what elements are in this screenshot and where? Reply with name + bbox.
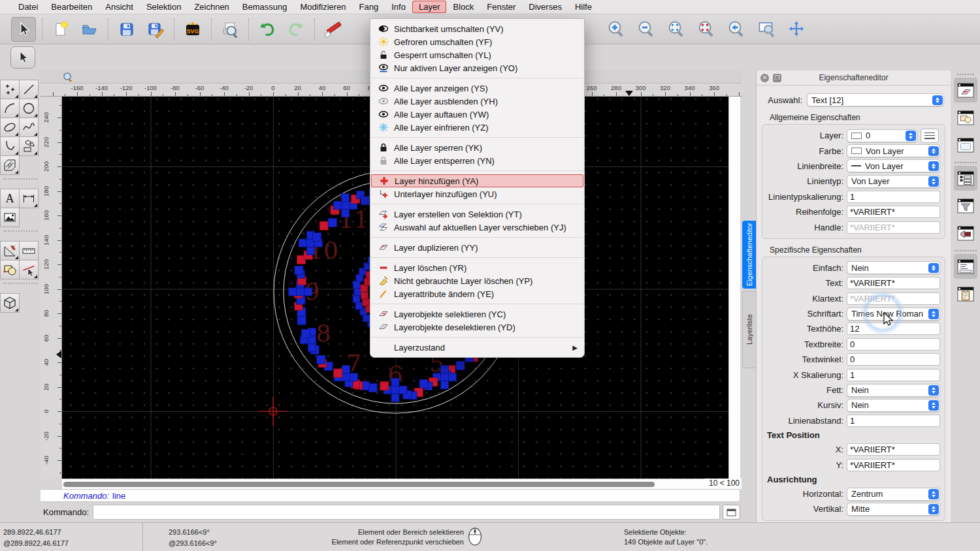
- clipboard-dock-button[interactable]: [954, 281, 977, 306]
- menu-layer[interactable]: Layer: [412, 1, 447, 13]
- menu-item-layerattribute-ändern-ye[interactable]: Layerattribute ändern (YE): [370, 287, 584, 300]
- menu-item-layerobjekte-deselektieren-yd[interactable]: Layerobjekte deselektieren (YD): [370, 321, 584, 334]
- menu-item-layer-duplizieren-yy[interactable]: Layer duplizieren (YY): [370, 241, 584, 254]
- menu-item-nur-aktiven-layer-anzeigen-yo[interactable]: Nur aktiven Layer anzeigen (YO): [370, 61, 584, 74]
- y-field[interactable]: [847, 459, 940, 471]
- property-editor-dock-button[interactable]: [954, 166, 977, 191]
- print-preview-button[interactable]: [218, 17, 242, 42]
- menu-item-auswahl-auf-aktuellen-layer-verschieben-yj[interactable]: Auswahl auf aktuellen Layer verschieben …: [370, 221, 584, 234]
- menu-item-layer-erstellen-von-selektion-yt[interactable]: Layer erstellen von Selektion (YT): [370, 208, 584, 221]
- close-icon[interactable]: ✕: [760, 74, 769, 82]
- menu-item-layer-löschen-yr[interactable]: Layer löschen (YR): [370, 261, 584, 274]
- menu-info[interactable]: Info: [385, 1, 412, 13]
- measure-tool[interactable]: [19, 241, 39, 260]
- menu-item-alle-layer-anzeigen-ys[interactable]: Alle Layer anzeigen (YS): [370, 82, 584, 95]
- menu-block[interactable]: Block: [446, 1, 480, 13]
- fett-dropdown[interactable]: Nein: [847, 384, 940, 397]
- menu-item-alle-layer-einfrieren-yz[interactable]: Alle Layer einfrieren (YZ): [370, 121, 584, 134]
- tab-property-editor[interactable]: Eigenschafteneditor: [742, 221, 756, 289]
- points-tool[interactable]: [0, 80, 20, 99]
- arc-tool[interactable]: [0, 99, 20, 118]
- menu-item-gefroren-umschalten-yf[interactable]: Gefroren umschalten (YF): [370, 35, 584, 48]
- menu-item-alle-layer-entsperren-yn[interactable]: Alle Layer entsperren (YN): [370, 154, 584, 167]
- image-tool[interactable]: [0, 208, 20, 227]
- undo-button[interactable]: [255, 17, 280, 42]
- menu-item-sichtbarkeit-umschalten-yv[interactable]: Sichtbarkeit umschalten (YV): [370, 22, 584, 35]
- menu-modifizieren[interactable]: Modifizieren: [294, 1, 353, 13]
- menu-bemassung[interactable]: Bemassung: [236, 1, 294, 13]
- svg-export-button[interactable]: SVG: [180, 17, 205, 42]
- textwinkel-field[interactable]: [847, 353, 940, 366]
- polyline-tool[interactable]: [0, 136, 20, 156]
- selection-tool-button[interactable]: [10, 46, 35, 69]
- redo-button[interactable]: [284, 17, 308, 42]
- modify-info-tool[interactable]: [0, 241, 20, 260]
- open-file-button[interactable]: [77, 17, 102, 42]
- float-icon[interactable]: ❐: [773, 74, 781, 82]
- zoom-out-button[interactable]: [634, 16, 659, 41]
- menu-item-layerzustand[interactable]: Layerzustand▶: [370, 341, 584, 354]
- save-as-file-button[interactable]: [143, 17, 168, 42]
- menu-item-alle-layer-sperren-yk[interactable]: Alle Layer sperren (YK): [370, 141, 584, 154]
- einfach-dropdown[interactable]: Nein: [847, 261, 940, 274]
- view-windows-dock-button[interactable]: [954, 133, 977, 157]
- farbe-dropdown[interactable]: Von Layer: [847, 144, 940, 157]
- linienbreite-dropdown[interactable]: Von Layer: [847, 159, 940, 172]
- block-edit-tool[interactable]: [0, 260, 20, 279]
- new-file-button[interactable]: [48, 17, 73, 42]
- zoom-selection-button[interactable]: [694, 16, 719, 41]
- shapes-tool[interactable]: [19, 136, 39, 156]
- menu-hilfe[interactable]: Hilfe: [568, 1, 598, 13]
- command-options-button[interactable]: [723, 505, 740, 520]
- menu-ansicht[interactable]: Ansicht: [99, 1, 140, 13]
- menu-item-layer-hinzufügen-ya[interactable]: Layer hinzufügen (YA): [371, 174, 583, 187]
- menu-item-nicht-gebrauchte-layer-löschen-yp[interactable]: Nicht gebrauchte Layer löschen (YP): [370, 274, 584, 287]
- circle-tool[interactable]: [19, 99, 39, 118]
- menu-diverses[interactable]: Diverses: [522, 1, 568, 13]
- vertical-scrollbar[interactable]: [728, 97, 740, 479]
- select-tool-button[interactable]: [11, 17, 36, 42]
- textbreite-field[interactable]: [847, 338, 940, 351]
- zoom-auto-button[interactable]: [664, 16, 689, 41]
- selection-dropdown[interactable]: Text [12]: [807, 93, 944, 106]
- dimension-tool[interactable]: [19, 189, 39, 208]
- menu-item-alle-layer-auftauen-yw[interactable]: Alle Layer auftauen (YW): [370, 108, 584, 121]
- delete-eraser-button[interactable]: [321, 17, 346, 42]
- menu-item-layerobjekte-selektieren-yc[interactable]: Layerobjekte selektieren (YC): [370, 307, 584, 321]
- tab-layer-list[interactable]: Layerliste: [742, 291, 756, 368]
- measurement-dock-button[interactable]: [954, 221, 977, 245]
- linienabstand-field[interactable]: [847, 415, 940, 427]
- zoom-previous-button[interactable]: [724, 16, 749, 41]
- zoom-in-button[interactable]: [604, 16, 629, 41]
- command-input[interactable]: [93, 505, 720, 520]
- menu-zeichnen[interactable]: Zeichnen: [188, 1, 235, 13]
- x-field[interactable]: [847, 443, 940, 456]
- block-list-dock-button[interactable]: [954, 105, 977, 130]
- command-line-dock-button[interactable]: [954, 254, 977, 279]
- solid-tool[interactable]: [0, 293, 20, 313]
- pan-button[interactable]: [784, 16, 809, 41]
- menu-bearbeiten[interactable]: Bearbeiten: [44, 1, 99, 13]
- menu-item-gesperrt-umschalten-yl[interactable]: Gesperrt umschalten (YL): [370, 48, 584, 61]
- text-field[interactable]: [847, 277, 940, 289]
- scrollbar-thumb[interactable]: [63, 482, 655, 487]
- layer-list-dock-button[interactable]: [954, 78, 977, 102]
- layer-menu-button[interactable]: [921, 129, 939, 143]
- menu-selektion[interactable]: Selektion: [140, 1, 188, 13]
- spline-tool[interactable]: [19, 118, 39, 137]
- selection-filter-dock-button[interactable]: [954, 193, 977, 218]
- menu-item-unterlayer-hinzufügen-yu[interactable]: Unterlayer hinzufügen (YU): [370, 187, 584, 200]
- menu-fenster[interactable]: Fenster: [480, 1, 522, 13]
- menu-fang[interactable]: Fang: [353, 1, 385, 13]
- vertikal-dropdown[interactable]: Mitte: [847, 503, 940, 516]
- handle-field[interactable]: [847, 221, 940, 234]
- horizontal-scrollbar[interactable]: [62, 479, 704, 489]
- layer-dropdown[interactable]: 0: [847, 129, 917, 142]
- hatch-tool[interactable]: [0, 155, 20, 175]
- zoom-window-button[interactable]: [754, 16, 779, 41]
- text-tool[interactable]: A: [0, 189, 20, 208]
- x-skalierung-field[interactable]: [847, 369, 940, 381]
- kursiv-dropdown[interactable]: Nein: [847, 399, 940, 412]
- menu-item-alle-layer-ausblenden-yh[interactable]: Alle Layer ausblenden (YH): [370, 95, 584, 108]
- linientypskalierung-field[interactable]: [847, 191, 940, 203]
